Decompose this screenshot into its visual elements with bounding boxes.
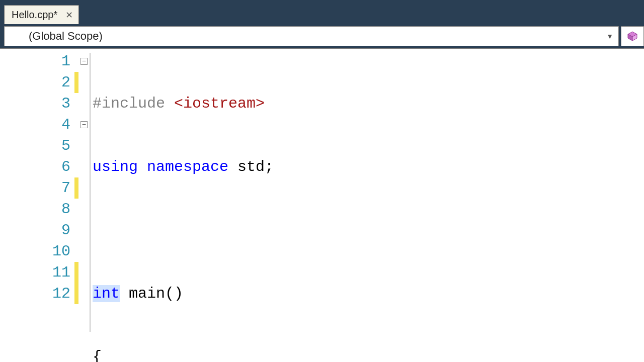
cube-icon xyxy=(627,31,638,42)
token-keyword: int xyxy=(93,285,120,302)
line-number: 12 xyxy=(0,283,70,304)
change-marker xyxy=(74,135,78,156)
change-marker xyxy=(74,51,78,72)
token-keyword: namespace xyxy=(147,158,228,175)
file-tab-title: Hello.cpp* xyxy=(12,9,57,21)
line-number: 4 xyxy=(0,114,70,135)
member-dropdown[interactable] xyxy=(621,26,644,46)
close-icon[interactable]: ✕ xyxy=(64,11,73,20)
scope-dropdown[interactable]: (Global Scope) ▼ xyxy=(4,26,619,46)
token-space xyxy=(138,158,147,175)
token-brace: { xyxy=(93,348,102,362)
line-number: 2 xyxy=(0,72,70,93)
code-line[interactable]: #include <iostream> xyxy=(93,93,382,114)
change-marker xyxy=(74,283,78,304)
line-number: 3 xyxy=(0,93,70,114)
code-editor[interactable]: 1 2 3 4 5 6 7 8 9 10 11 12 − − xyxy=(0,48,644,362)
line-number: 9 xyxy=(0,220,70,241)
token-keyword: using xyxy=(93,158,138,175)
change-marker xyxy=(74,177,78,199)
token-space xyxy=(228,158,237,175)
token-include: <iostream> xyxy=(174,95,265,112)
code-line[interactable]: { xyxy=(93,346,382,362)
change-marker xyxy=(74,156,78,177)
token-preproc: #include xyxy=(93,95,174,112)
change-marker xyxy=(74,241,78,262)
line-number: 1 xyxy=(0,51,70,72)
change-marker xyxy=(74,220,78,241)
change-indicator-gutter xyxy=(74,49,78,362)
fold-gutter: − − xyxy=(78,49,90,362)
chevron-down-icon: ▼ xyxy=(606,32,613,40)
line-number: 8 xyxy=(0,199,70,220)
change-marker xyxy=(74,199,78,220)
token-identifier: std; xyxy=(237,158,274,175)
line-number: 6 xyxy=(0,156,70,177)
fold-toggle-icon[interactable]: − xyxy=(80,58,88,65)
tab-bar: Hello.cpp* ✕ xyxy=(0,0,644,24)
line-number-gutter: 1 2 3 4 5 6 7 8 9 10 11 12 xyxy=(0,49,74,362)
code-line[interactable]: using namespace std; xyxy=(93,156,382,177)
change-marker xyxy=(74,93,78,114)
scope-bar: (Global Scope) ▼ xyxy=(0,24,644,48)
line-number: 10 xyxy=(0,241,70,262)
code-line[interactable]: int main() xyxy=(93,283,382,304)
code-line[interactable] xyxy=(93,220,382,241)
change-marker xyxy=(74,72,78,93)
scope-dropdown-label: (Global Scope) xyxy=(29,30,103,43)
code-content[interactable]: #include <iostream> using namespace std;… xyxy=(91,49,382,362)
line-number: 7 xyxy=(0,177,70,199)
fold-toggle-icon[interactable]: − xyxy=(80,121,88,128)
change-marker xyxy=(74,114,78,135)
line-number: 5 xyxy=(0,135,70,156)
change-marker xyxy=(74,262,78,283)
token-identifier: main() xyxy=(120,285,183,302)
file-tab[interactable]: Hello.cpp* ✕ xyxy=(4,5,79,24)
line-number: 11 xyxy=(0,262,70,283)
